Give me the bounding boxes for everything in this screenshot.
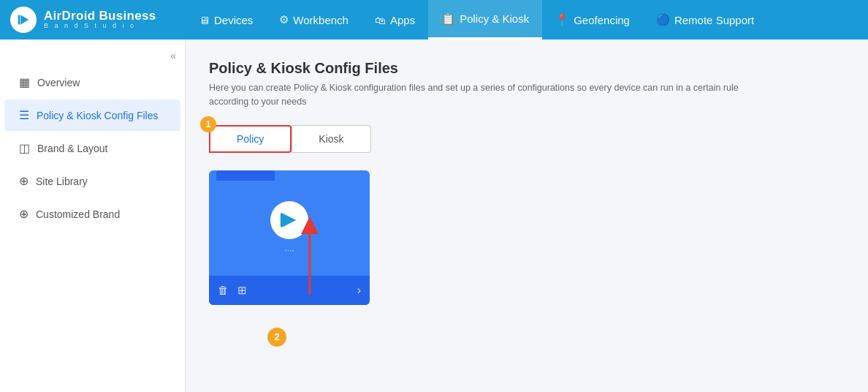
cards-grid: ···· 🗑 ⊞ › bbox=[209, 170, 845, 305]
page-description: Here you can create Policy & Kiosk confi… bbox=[209, 81, 779, 109]
tab-kiosk[interactable]: Kiosk bbox=[292, 125, 370, 153]
nav-geofencing[interactable]: 📍 Geofencing bbox=[542, 0, 643, 39]
nav-items: 🖥 Devices ⚙ Workbench 🛍 Apps 📋 Policy & … bbox=[186, 0, 868, 39]
nav-remote-support[interactable]: 🔵 Remote Support bbox=[643, 0, 767, 39]
brand-name: AirDroid Business bbox=[44, 10, 156, 23]
sidebar-item-brand-layout[interactable]: ◫ Brand & Layout bbox=[4, 132, 180, 164]
brand-sub: B a n d S t u d i o bbox=[44, 23, 156, 30]
sidebar-item-policy-kiosk[interactable]: ☰ Policy & Kiosk Config Files bbox=[4, 99, 180, 131]
nav-apps[interactable]: 🛍 Apps bbox=[362, 0, 428, 39]
workbench-icon: ⚙ bbox=[279, 13, 289, 26]
logo-icon bbox=[10, 7, 37, 33]
logo-text: AirDroid Business B a n d S t u d i o bbox=[44, 10, 156, 31]
customized-brand-icon: ⊕ bbox=[19, 207, 28, 221]
site-library-icon: ⊕ bbox=[19, 174, 28, 188]
card-delete-icon[interactable]: 🗑 bbox=[218, 284, 229, 297]
card-name: ···· bbox=[284, 245, 294, 255]
logo-area: AirDroid Business B a n d S t u d i o bbox=[0, 7, 186, 33]
nav-policy-kiosk[interactable]: 📋 Policy & Kiosk bbox=[428, 0, 542, 39]
nav-workbench[interactable]: ⚙ Workbench bbox=[266, 0, 362, 39]
nav-devices[interactable]: 🖥 Devices bbox=[186, 0, 266, 39]
card-arrow-icon[interactable]: › bbox=[357, 284, 361, 297]
svg-marker-2 bbox=[283, 213, 297, 227]
card-body: ···· bbox=[209, 181, 370, 276]
card-footer: 🗑 ⊞ › bbox=[209, 276, 370, 305]
apps-icon: 🛍 bbox=[375, 14, 386, 26]
card-logo-circle bbox=[270, 201, 308, 239]
svg-marker-0 bbox=[20, 15, 28, 25]
tabs-container: 1 Policy Kiosk bbox=[209, 125, 845, 153]
brand-layout-icon: ◫ bbox=[19, 141, 30, 155]
remote-icon: 🔵 bbox=[656, 13, 670, 26]
devices-icon: 🖥 bbox=[199, 14, 210, 26]
svg-rect-3 bbox=[281, 213, 283, 227]
overview-icon: ▦ bbox=[19, 75, 30, 89]
sidebar: « ▦ Overview ☰ Policy & Kiosk Config Fil… bbox=[0, 39, 186, 392]
card-copy-icon[interactable]: ⊞ bbox=[237, 284, 247, 297]
policy-card[interactable]: ···· 🗑 ⊞ › bbox=[209, 170, 370, 305]
sidebar-item-overview[interactable]: ▦ Overview bbox=[4, 67, 180, 98]
main-content: Policy & Kiosk Config Files Here you can… bbox=[186, 39, 868, 392]
card-folder-tab bbox=[216, 170, 275, 181]
svg-rect-1 bbox=[18, 15, 20, 25]
policy-icon: 📋 bbox=[441, 12, 455, 26]
step2-badge: 2 bbox=[267, 328, 286, 347]
policy-kiosk-icon: ☰ bbox=[19, 108, 29, 122]
card-footer-actions: 🗑 ⊞ bbox=[218, 284, 247, 297]
top-navigation: AirDroid Business B a n d S t u d i o 🖥 … bbox=[0, 0, 868, 39]
sidebar-item-customized-brand[interactable]: ⊕ Customized Brand bbox=[4, 198, 180, 230]
sidebar-collapse-button[interactable]: « bbox=[0, 45, 185, 66]
sidebar-item-site-library[interactable]: ⊕ Site Library bbox=[4, 165, 180, 197]
main-layout: « ▦ Overview ☰ Policy & Kiosk Config Fil… bbox=[0, 39, 868, 392]
tab-policy[interactable]: Policy bbox=[209, 125, 292, 153]
page-title: Policy & Kiosk Config Files bbox=[209, 60, 845, 77]
geofencing-icon: 📍 bbox=[555, 13, 569, 26]
step1-badge: 1 bbox=[200, 116, 216, 132]
